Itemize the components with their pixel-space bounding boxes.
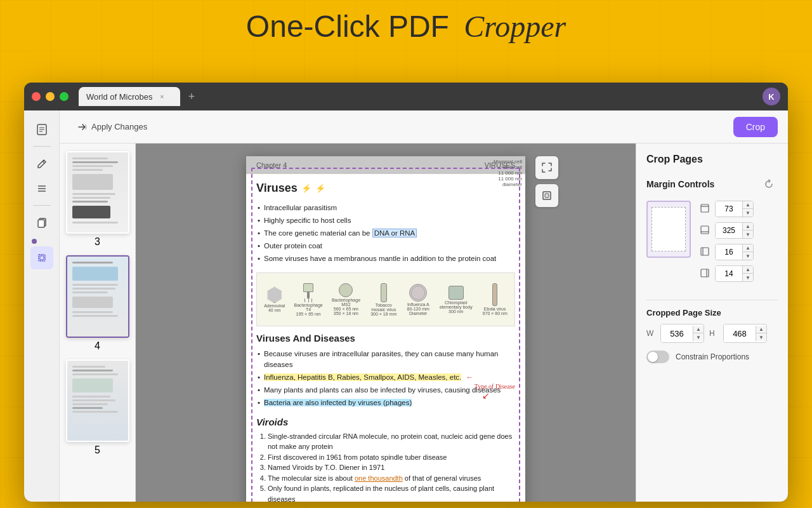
bullet-item: Intracellular parasitism: [256, 201, 515, 214]
viroid-item-5: Only found in plants, replicated in the …: [268, 483, 515, 502]
crop-pages-title: Crop Pages: [646, 154, 778, 165]
margin-top-increment[interactable]: ▲: [743, 201, 753, 209]
app-title: One-Click PDF Cropper: [246, 10, 566, 43]
margin-top-decrement[interactable]: ▼: [743, 209, 753, 217]
margin-bottom-decrement[interactable]: ▼: [743, 231, 753, 238]
sidebar-icon-crop[interactable]: [30, 246, 53, 269]
one-thousandth-link: one thousandth: [355, 474, 403, 482]
thumbnail-label-5: 5: [95, 444, 100, 456]
margin-right-stepper: ▲ ▼: [742, 266, 753, 281]
margin-left-increment[interactable]: ▲: [743, 244, 753, 252]
margin-right-input[interactable]: [716, 266, 742, 281]
thumbnail-label-4: 4: [95, 340, 100, 352]
browser-window: World of Microbes × + K: [24, 83, 788, 502]
new-tab-button[interactable]: +: [183, 88, 200, 105]
height-input[interactable]: [724, 324, 756, 342]
page-document: Chapter 4 VIRUSES Viruses ⚡ ⚡: [246, 156, 525, 502]
margin-right-increment[interactable]: ▲: [743, 266, 753, 274]
thumbnail-frame-4: [66, 255, 129, 338]
svg-rect-10: [40, 256, 44, 260]
tab-close-icon[interactable]: ×: [158, 92, 167, 101]
width-increment[interactable]: ▲: [693, 326, 704, 333]
svg-rect-12: [545, 194, 549, 197]
app-title-regular: One-Click PDF: [246, 10, 449, 43]
panel-divider: [646, 300, 778, 300]
thumbnail-page-3[interactable]: 3: [66, 151, 129, 248]
virus-deco-icon2: ⚡: [315, 184, 325, 193]
thumbnails-panel: 3: [60, 144, 136, 502]
diagram-chloroplast: Chloroplast elementary body300 nm: [438, 286, 473, 314]
thumbnail-img-3: [67, 152, 128, 232]
bullet-disease-2: Influenza, Hepatitis B, Rabies, Smallpox…: [256, 371, 515, 384]
virus-diagram: Adenoviral40 nm: [256, 272, 515, 326]
thumbnail-page-4[interactable]: 4: [66, 255, 129, 352]
svg-rect-17: [701, 248, 709, 255]
width-decrement[interactable]: ▼: [693, 333, 704, 341]
margin-controls-title: Margin Controls: [646, 179, 714, 189]
margin-left-input-group: ▲ ▼: [715, 244, 754, 260]
minimize-button[interactable]: [46, 92, 55, 101]
thumbnail-page-5[interactable]: 5: [66, 359, 129, 456]
right-panel: Crop Pages Margin Controls: [636, 144, 788, 502]
height-stepper: ▲ ▼: [756, 326, 766, 341]
svg-rect-8: [38, 220, 44, 227]
bullet-disease-4: Bacteria are also infected by viruses (p…: [256, 396, 515, 409]
margin-controls-header: Margin Controls: [646, 175, 778, 193]
bullet-item: Some viruses have a membranous mantle in…: [256, 252, 515, 265]
close-button[interactable]: [32, 92, 41, 101]
diagram-tobacco: Tobacco mosaic virus300 × 18 mm: [369, 283, 398, 316]
diagram-influenza: Influenza A80-120 mmDiameter: [407, 284, 429, 316]
sidebar-icon-copy[interactable]: [30, 211, 53, 234]
constrain-toggle[interactable]: [646, 351, 669, 363]
diagram-ebola: Ebola virus970 × 80 nm: [483, 283, 508, 316]
tab-world-of-microbes[interactable]: World of Microbes ×: [79, 87, 180, 106]
margin-preview: [646, 201, 691, 258]
reset-margin-button[interactable]: [760, 175, 778, 193]
svg-rect-19: [701, 269, 709, 277]
diseases-bullet-list: Because viruses are intracellular parasi…: [256, 347, 515, 408]
margin-bottom-input[interactable]: [716, 223, 742, 238]
margin-controls-body: ▲ ▼: [646, 201, 778, 282]
height-decrement[interactable]: ▼: [756, 333, 766, 341]
section-title-viruses: Viruses ⚡ ⚡: [256, 182, 515, 195]
crop-expand-tool[interactable]: [535, 156, 558, 179]
diseases-highlight: Influenza, Hepatitis B, Rabies, Smallpox…: [264, 373, 461, 381]
viroid-item-4: The molecular size is about one thousand…: [268, 473, 515, 484]
thumbnail-label-3: 3: [95, 236, 100, 248]
dna-rna-highlight: DNA or RNA: [372, 229, 417, 237]
viroid-item-3: Named Viroids by T.O. Diener in 1971: [268, 462, 515, 473]
sidebar-icon-document[interactable]: [30, 118, 53, 141]
maximize-button[interactable]: [60, 92, 69, 101]
constrain-row: Constrain Proportions: [646, 351, 778, 363]
thumbnail-img-4: [67, 257, 128, 337]
toggle-knob: [648, 352, 658, 362]
tab-bar: World of Microbes × +: [79, 87, 763, 106]
viruses-bullet-list: Intracellular parasitism Highly specific…: [256, 201, 515, 265]
margin-top-icon: [698, 203, 711, 215]
sidebar-icon-list[interactable]: [30, 177, 53, 200]
margin-right-decrement[interactable]: ▼: [743, 274, 753, 281]
sidebar-icon-edit[interactable]: [30, 152, 53, 175]
width-stepper: ▲ ▼: [693, 326, 704, 341]
width-input[interactable]: [661, 324, 693, 342]
document-viewer[interactable]: Chapter 4 VIRUSES Viruses ⚡ ⚡: [136, 144, 636, 502]
bullet-item: The core genetic material can be DNA or …: [256, 227, 515, 239]
crop-frame-tool[interactable]: [535, 184, 558, 207]
margin-top-input[interactable]: [716, 201, 742, 217]
margin-left-row: ▲ ▼: [698, 244, 778, 260]
height-increment[interactable]: ▲: [756, 326, 766, 333]
toolbar: Apply Changes Crop: [60, 110, 788, 144]
margin-left-decrement[interactable]: ▼: [743, 252, 753, 260]
margin-left-input[interactable]: [716, 244, 742, 260]
viroid-item-2: First discovered in 1961 from potato spi…: [268, 452, 515, 463]
apply-changes-button[interactable]: Apply Changes: [70, 118, 155, 136]
crop-button[interactable]: Crop: [733, 117, 778, 137]
sidebar: [24, 110, 60, 502]
margin-bottom-increment[interactable]: ▲: [743, 223, 753, 231]
user-avatar[interactable]: K: [763, 88, 780, 105]
diagram-bacteriophage-ms2: Bacteriophage MS2560 × 65 nm350 × 18 nm: [332, 283, 360, 316]
main-content: Apply Changes Crop: [24, 110, 788, 502]
height-label: H: [709, 329, 718, 338]
diagram-adenoviral: Adenoviral40 nm: [264, 286, 285, 312]
viroids-list: Single-stranded circular RNA molecule, n…: [256, 431, 515, 502]
